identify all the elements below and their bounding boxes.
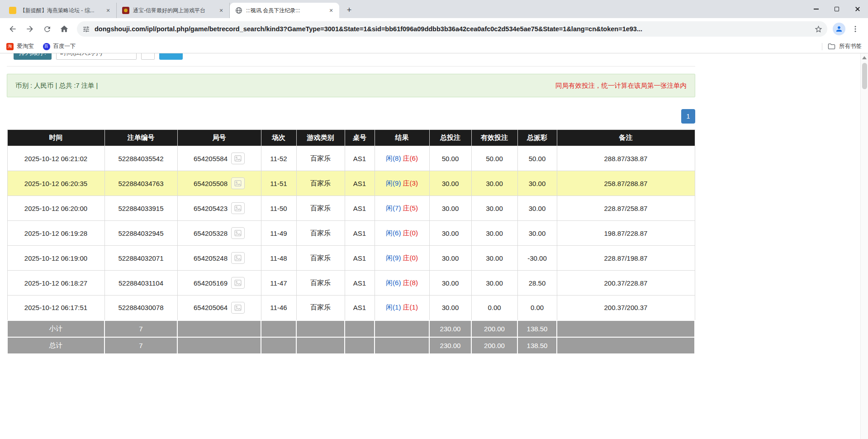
roadmap-image-button[interactable] bbox=[231, 277, 245, 289]
close-tab-icon[interactable]: ✕ bbox=[327, 7, 335, 14]
cell-time: 2025-10-12 06:20:35 bbox=[7, 171, 104, 196]
cell-round-no: 654205064 bbox=[177, 296, 261, 320]
scrollbar-thumb[interactable] bbox=[862, 63, 867, 89]
cell-game-type: 百家乐 bbox=[296, 171, 345, 196]
tab-strip: 【新提醒】海燕策略论坛 - 综... ✕ 通宝-信誉最好的网上游戏平台 ✕ ::… bbox=[0, 0, 868, 18]
cell-session: 11-50 bbox=[261, 196, 296, 221]
page-1-button[interactable]: 1 bbox=[681, 109, 695, 124]
subtotal-count: 7 bbox=[104, 320, 177, 337]
table-row: 2025-10-12 06:19:00 522884032071 6542052… bbox=[7, 246, 695, 271]
result-banker: 庄(0) bbox=[403, 229, 418, 237]
all-bookmarks[interactable]: 所有书签 bbox=[822, 43, 862, 50]
cell-total-bet[interactable]: 30.00 bbox=[429, 171, 471, 196]
result-player: 闲(1) bbox=[386, 303, 401, 311]
result-banker: 庄(5) bbox=[403, 204, 418, 212]
round-no-text: 654205584 bbox=[194, 155, 228, 162]
round-no-text: 654205064 bbox=[194, 304, 228, 311]
header-result: 结果 bbox=[375, 130, 429, 146]
cell-valid-bet: 30.00 bbox=[471, 246, 517, 271]
close-tab-icon[interactable]: ✕ bbox=[218, 7, 225, 14]
header-note: 备注 bbox=[557, 130, 695, 146]
tab-bet-records-active[interactable]: :::视讯 会员下注纪录::: ✕ bbox=[230, 3, 339, 18]
address-bar[interactable]: dongshouji.com/ipl/portal.php/game/betre… bbox=[77, 21, 827, 37]
result-player: 闲(9) bbox=[386, 254, 401, 262]
cell-result: 闲(8) 庄(6) bbox=[375, 146, 429, 171]
roadmap-image-button[interactable] bbox=[231, 227, 245, 239]
search-button[interactable] bbox=[159, 53, 183, 60]
cell-total-bet[interactable]: 30.00 bbox=[429, 196, 471, 221]
bookmarks-divider bbox=[822, 43, 822, 50]
sort-order-input[interactable] bbox=[56, 53, 137, 60]
table-row: 2025-10-12 06:19:28 522884032945 6542053… bbox=[7, 221, 695, 246]
table-row-highlighted: 2025-10-12 06:20:35 522884034763 6542055… bbox=[7, 171, 695, 196]
bookmark-aitaobao[interactable]: 淘 爱淘宝 bbox=[6, 43, 34, 50]
cell-result: 闲(6) 庄(8) bbox=[375, 271, 429, 296]
subtotal-label: 小计 bbox=[7, 320, 104, 337]
cell-total-bet[interactable]: 30.00 bbox=[429, 246, 471, 271]
cell-game-type: 百家乐 bbox=[296, 196, 345, 221]
header-round-no: 局号 bbox=[177, 130, 261, 146]
cell-total-bet[interactable]: 30.00 bbox=[429, 296, 471, 320]
cell-total-bet[interactable]: 30.00 bbox=[429, 271, 471, 296]
profile-avatar[interactable] bbox=[833, 23, 845, 35]
roadmap-image-button[interactable] bbox=[231, 153, 245, 164]
page-content: 排列顺序: 币别 : 人民币 | 总共 :7 注单 | 同局有效投注，统一计算在… bbox=[0, 53, 868, 439]
sort-direction-select[interactable] bbox=[141, 53, 155, 60]
cell-session: 11-49 bbox=[261, 221, 296, 246]
close-tab-icon[interactable]: ✕ bbox=[104, 7, 112, 14]
cell-session: 11-52 bbox=[261, 146, 296, 171]
cell-result: 闲(6) 庄(0) bbox=[375, 221, 429, 246]
new-tab-button[interactable]: + bbox=[343, 4, 356, 16]
cell-bet-no: 522884032071 bbox=[104, 246, 177, 271]
site-settings-icon[interactable] bbox=[82, 25, 90, 33]
header-session: 场次 bbox=[261, 130, 296, 146]
roadmap-image-button[interactable] bbox=[231, 252, 245, 264]
cell-table-no: AS1 bbox=[345, 221, 375, 246]
tab-haiyan-forum[interactable]: 【新提醒】海燕策略论坛 - 综... ✕ bbox=[4, 3, 117, 18]
total-empty bbox=[296, 337, 345, 354]
close-window-button[interactable] bbox=[847, 0, 868, 18]
cell-result: 闲(9) 庄(3) bbox=[375, 171, 429, 196]
menu-dots-icon[interactable] bbox=[848, 22, 863, 36]
cell-total-bet[interactable]: 50.00 bbox=[429, 146, 471, 171]
bookmark-baidu[interactable]: 百 百度一下 bbox=[43, 43, 76, 50]
cell-bet-no: 522884035542 bbox=[104, 146, 177, 171]
tab-title: 通宝-信誉最好的网上游戏平台 bbox=[133, 7, 214, 14]
cell-table-no: AS1 bbox=[345, 296, 375, 320]
bookmarks-bar: 淘 爱淘宝 百 百度一下 所有书签 bbox=[0, 40, 868, 53]
reload-icon[interactable] bbox=[40, 22, 54, 36]
bookmark-star-icon[interactable] bbox=[814, 25, 823, 33]
result-player: 闲(6) bbox=[386, 229, 401, 237]
subtotal-payout: 138.50 bbox=[517, 320, 557, 337]
cell-valid-bet: 30.00 bbox=[471, 271, 517, 296]
cell-note: 200.37/228.87 bbox=[557, 271, 695, 296]
back-icon[interactable] bbox=[5, 22, 20, 36]
round-no-text: 654205508 bbox=[194, 180, 228, 187]
roadmap-image-button[interactable] bbox=[231, 177, 245, 189]
roadmap-image-button[interactable] bbox=[231, 202, 245, 214]
cell-note: 200.37/200.37 bbox=[557, 296, 695, 320]
home-icon[interactable] bbox=[57, 22, 71, 36]
roadmap-image-button[interactable] bbox=[231, 302, 245, 314]
forward-icon[interactable] bbox=[23, 22, 37, 36]
table-header-row: 时间 注单编号 局号 场次 游戏类别 桌号 结果 总投注 有效投注 总派彩 备注 bbox=[7, 130, 695, 146]
cell-payout-negative: -30.00 bbox=[517, 246, 557, 271]
tab-tongbao[interactable]: 通宝-信誉最好的网上游戏平台 ✕ bbox=[117, 3, 230, 18]
page-scrollbar[interactable] bbox=[860, 53, 868, 439]
cell-table-no: AS1 bbox=[345, 196, 375, 221]
total-row: 总计 7 230.00 200.00 138.50 bbox=[7, 337, 695, 354]
cell-note: 228.87/198.87 bbox=[557, 246, 695, 271]
cell-valid-bet: 30.00 bbox=[471, 196, 517, 221]
scroll-up-arrow-icon[interactable] bbox=[862, 56, 867, 59]
round-no-text: 654205423 bbox=[194, 205, 228, 212]
cell-table-no: AS1 bbox=[345, 146, 375, 171]
tab-title: :::视讯 会员下注纪录::: bbox=[246, 7, 324, 14]
total-empty bbox=[375, 337, 429, 354]
minimize-button[interactable] bbox=[806, 0, 826, 18]
maximize-button[interactable] bbox=[826, 0, 847, 18]
cell-total-bet[interactable]: 30.00 bbox=[429, 221, 471, 246]
header-time: 时间 bbox=[7, 130, 104, 146]
result-player: 闲(9) bbox=[386, 179, 401, 187]
cell-time: 2025-10-12 06:19:00 bbox=[7, 246, 104, 271]
cell-table-no: AS1 bbox=[345, 171, 375, 196]
